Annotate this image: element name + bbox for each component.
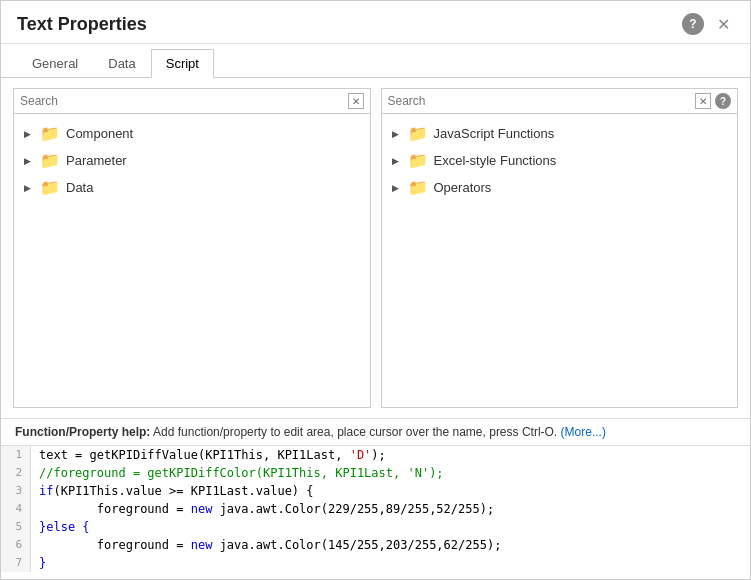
code-line-1: 1text = getKPIDiffValue(KPI1This, KPI1La… xyxy=(1,446,750,464)
code-area: 1text = getKPIDiffValue(KPI1This, KPI1La… xyxy=(1,445,750,572)
line-code-7: } xyxy=(31,554,46,572)
code-line-7: 7} xyxy=(1,554,750,572)
left-tree-item-data[interactable]: ▶ 📁 Data xyxy=(18,174,366,201)
right-tree-list: ▶ 📁 JavaScript Functions ▶ 📁 Excel-style… xyxy=(382,114,738,407)
line-code-2: //foreground = getKPIDiffColor(KPI1This,… xyxy=(31,464,444,482)
line-number-5: 5 xyxy=(1,518,31,536)
left-tree-item-parameter[interactable]: ▶ 📁 Parameter xyxy=(18,147,366,174)
dialog-header: Text Properties ? ✕ xyxy=(1,1,750,44)
help-button[interactable]: ? xyxy=(682,13,704,35)
tab-bar: General Data Script xyxy=(1,48,750,78)
right-search-bar: ✕ ? xyxy=(382,89,738,114)
header-icons: ? ✕ xyxy=(682,13,734,35)
code-line-6: 6 foreground = new java.awt.Color(145/25… xyxy=(1,536,750,554)
line-code-6: foreground = new java.awt.Color(145/255,… xyxy=(31,536,501,554)
dialog-title: Text Properties xyxy=(17,14,147,35)
code-line-4: 4 foreground = new java.awt.Color(229/25… xyxy=(1,500,750,518)
help-more-link[interactable]: (More...) xyxy=(561,425,606,439)
right-panel: ✕ ? ▶ 📁 JavaScript Functions ▶ 📁 Excel-s… xyxy=(381,88,739,408)
code-line-3: 3if(KPI1This.value >= KPI1Last.value) { xyxy=(1,482,750,500)
line-code-1: text = getKPIDiffValue(KPI1This, KPI1Las… xyxy=(31,446,386,464)
right-tree-item-js[interactable]: ▶ 📁 JavaScript Functions xyxy=(386,120,734,147)
left-search-input[interactable] xyxy=(20,94,344,108)
component-folder-icon: 📁 xyxy=(40,124,60,143)
help-section: Function/Property help: Add function/pro… xyxy=(1,418,750,445)
operators-folder-icon: 📁 xyxy=(408,178,428,197)
parameter-label: Parameter xyxy=(66,153,127,168)
close-button[interactable]: ✕ xyxy=(712,13,734,35)
js-label: JavaScript Functions xyxy=(434,126,555,141)
excel-arrow: ▶ xyxy=(392,156,402,166)
line-number-2: 2 xyxy=(1,464,31,482)
data-label: Data xyxy=(66,180,93,195)
operators-label: Operators xyxy=(434,180,492,195)
line-code-4: foreground = new java.awt.Color(229/255,… xyxy=(31,500,494,518)
help-text: Add function/property to edit area, plac… xyxy=(153,425,557,439)
line-number-3: 3 xyxy=(1,482,31,500)
right-clear-icon[interactable]: ✕ xyxy=(695,93,711,109)
data-arrow: ▶ xyxy=(24,183,34,193)
line-number-7: 7 xyxy=(1,554,31,572)
help-prefix: Function/Property help: xyxy=(15,425,150,439)
line-code-3: if(KPI1This.value >= KPI1Last.value) { xyxy=(31,482,314,500)
left-search-bar: ✕ xyxy=(14,89,370,114)
line-code-5: }else { xyxy=(31,518,90,536)
left-tree-item-component[interactable]: ▶ 📁 Component xyxy=(18,120,366,147)
line-number-4: 4 xyxy=(1,500,31,518)
excel-label: Excel-style Functions xyxy=(434,153,557,168)
tab-general[interactable]: General xyxy=(17,49,93,78)
component-arrow: ▶ xyxy=(24,129,34,139)
code-line-2: 2//foreground = getKPIDiffColor(KPI1This… xyxy=(1,464,750,482)
tab-script[interactable]: Script xyxy=(151,49,214,78)
component-label: Component xyxy=(66,126,133,141)
line-number-6: 6 xyxy=(1,536,31,554)
left-clear-icon[interactable]: ✕ xyxy=(348,93,364,109)
code-line-5: 5}else { xyxy=(1,518,750,536)
left-tree-list: ▶ 📁 Component ▶ 📁 Parameter ▶ 📁 Data xyxy=(14,114,370,407)
line-number-1: 1 xyxy=(1,446,31,464)
parameter-folder-icon: 📁 xyxy=(40,151,60,170)
operators-arrow: ▶ xyxy=(392,183,402,193)
right-tree-item-excel[interactable]: ▶ 📁 Excel-style Functions xyxy=(386,147,734,174)
right-tree-item-operators[interactable]: ▶ 📁 Operators xyxy=(386,174,734,201)
right-search-input[interactable] xyxy=(388,94,692,108)
data-folder-icon: 📁 xyxy=(40,178,60,197)
right-help-icon[interactable]: ? xyxy=(715,93,731,109)
text-properties-dialog: Text Properties ? ✕ General Data Script … xyxy=(0,0,751,580)
js-folder-icon: 📁 xyxy=(408,124,428,143)
left-panel: ✕ ▶ 📁 Component ▶ 📁 Parameter ▶ 📁 Data xyxy=(13,88,371,408)
tab-data[interactable]: Data xyxy=(93,49,150,78)
js-arrow: ▶ xyxy=(392,129,402,139)
parameter-arrow: ▶ xyxy=(24,156,34,166)
panels-row: ✕ ▶ 📁 Component ▶ 📁 Parameter ▶ 📁 Data xyxy=(1,78,750,418)
excel-folder-icon: 📁 xyxy=(408,151,428,170)
